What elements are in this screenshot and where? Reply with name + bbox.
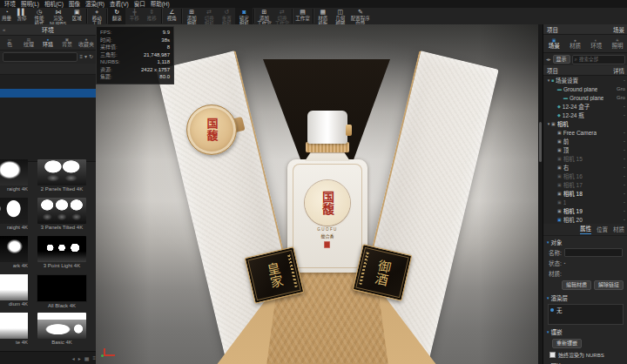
- env-thumbnail[interactable]: [0, 274, 28, 300]
- toolbar-performance-mode[interactable]: ◷性能 模式: [30, 8, 48, 24]
- toolbar-switch-camera[interactable]: ⇄切换 相机: [200, 8, 218, 24]
- scene-search-input[interactable]: ⌕ 搜索全部: [572, 55, 625, 64]
- toolbar-perspective[interactable]: ∠视角: [163, 8, 180, 24]
- menu-item[interactable]: 帮助(H): [148, 0, 172, 8]
- sort-icon[interactable]: ▾: [84, 53, 87, 61]
- props-tab-属性[interactable]: 属性: [580, 224, 591, 234]
- project-tab-环境[interactable]: ◐环境: [586, 35, 607, 52]
- tree-row-detail: -: [624, 173, 625, 179]
- prev-page-icon[interactable]: ◂: [72, 355, 75, 361]
- unlink-material-button[interactable]: 解除链接: [594, 280, 624, 290]
- env-thumbnail[interactable]: [0, 236, 28, 262]
- toolbar-add-camera[interactable]: ⊞添加 相机: [183, 8, 200, 24]
- props-tab-材质[interactable]: 材质: [613, 225, 624, 234]
- toolbar-material-template[interactable]: ▦材质 模板: [314, 8, 332, 24]
- tree-row[interactable]: ▣相机 19-: [543, 206, 627, 215]
- project-tab-场景[interactable]: ▣场景: [543, 35, 564, 52]
- viewport-scrollbar-thumb[interactable]: [539, 122, 542, 162]
- tree-row[interactable]: ◆12-24 瓶-: [543, 111, 627, 119]
- library-tab-色[interactable]: ▭色: [0, 36, 19, 50]
- tree-row[interactable]: ▾■场景设置-: [543, 76, 627, 84]
- round-edges-header[interactable]: ▾ 圆边: [543, 360, 627, 364]
- refresh-icon[interactable]: ↻: [89, 53, 93, 61]
- project-tab-材质[interactable]: ●材质: [564, 35, 585, 52]
- scene-filter-row: ◂▸ 显示 ⌕ 搜索全部: [543, 53, 627, 65]
- tree-row[interactable]: ▣1-: [543, 198, 627, 206]
- object-section-header[interactable]: ▾ 对象: [543, 236, 627, 247]
- next-page-icon[interactable]: ▸: [78, 355, 81, 361]
- tree-row[interactable]: ▬Ground planeGro: [543, 84, 627, 93]
- edit-material-button[interactable]: 编辑材质: [562, 280, 591, 290]
- tree-row[interactable]: ▣顶-: [543, 145, 627, 154]
- tree-row-detail: -: [624, 182, 625, 187]
- toolbar-lock-camera[interactable]: ◙锁定 相机: [235, 8, 253, 24]
- props-tab-位置[interactable]: 位置: [597, 225, 608, 234]
- tessellation-header[interactable]: ▾ 镶嵌: [543, 326, 627, 337]
- tree-row[interactable]: ▾▣相机: [543, 119, 627, 128]
- env-thumbnail[interactable]: [37, 274, 87, 302]
- tree-row[interactable]: ▣相机 18-: [543, 189, 627, 198]
- realtime-viewport[interactable]: 国馥 国馥 GUOFU 馥合香 皇家 御酒 FPS:9.9时间:38s采样值:8…: [96, 24, 542, 364]
- collapse-panel-icon[interactable]: «: [3, 27, 5, 32]
- toolbar-render-nurbs[interactable]: ⋈渲染 NURBS: [48, 8, 68, 24]
- toolbar-region[interactable]: ▣区域: [68, 8, 85, 24]
- toolbar-move-tool[interactable]: ⌖移动 工具: [88, 8, 105, 24]
- tree-row[interactable]: ▣Free Camera-: [543, 128, 627, 137]
- toolbar-geometry-view[interactable]: ◫几何 视图: [332, 8, 349, 24]
- env-thumbnail[interactable]: [37, 159, 86, 185]
- render-as-nurbs-checkbox[interactable]: [549, 352, 556, 358]
- menu-item[interactable]: 窗口: [131, 0, 148, 8]
- env-thumbnail[interactable]: [0, 159, 28, 185]
- library-search-input[interactable]: [3, 52, 78, 62]
- library-selected-folder[interactable]: [0, 89, 96, 98]
- env-thumbnail[interactable]: [37, 198, 86, 224]
- tree-row[interactable]: ▣前-: [543, 137, 627, 145]
- env-thumbnail[interactable]: [37, 236, 86, 262]
- tree-row[interactable]: ▣相机 17-: [543, 180, 627, 189]
- tree-row[interactable]: ▣相机 20-: [543, 215, 627, 224]
- render-layer-item-none[interactable]: 无: [550, 306, 621, 314]
- tree-row[interactable]: ▬Ground planeGro: [543, 93, 627, 102]
- stat-row: NURBS:1,118: [100, 58, 170, 66]
- toolbar-reset-camera[interactable]: ↺重置 相机: [218, 8, 235, 24]
- tree-row[interactable]: ◆12-24 盒子-: [543, 102, 627, 111]
- toolbar-usage[interactable]: ◔用量: [0, 8, 13, 24]
- stat-label: 焦距:: [100, 73, 112, 81]
- grid-view-icon[interactable]: ▦: [84, 355, 90, 361]
- project-tabs: ▣场景●材质◐环境☀照明: [543, 35, 627, 53]
- retessellate-button[interactable]: 重新镶嵌: [552, 339, 582, 348]
- library-tab-环境[interactable]: ●环境: [38, 36, 57, 50]
- env-thumbnail[interactable]: [37, 313, 86, 339]
- toolbar-pan[interactable]: ╋平移: [125, 8, 143, 24]
- menu-item[interactable]: 查看(V): [107, 0, 131, 8]
- menu-item[interactable]: 渲染(R): [83, 0, 107, 8]
- toolbar-tumble[interactable]: ↻翻滚: [108, 8, 125, 24]
- toolbar-pause[interactable]: ▌▌暂停: [13, 8, 30, 24]
- menu-item[interactable]: 环境: [2, 0, 18, 8]
- tree-row-label: 12-24 盒子: [563, 102, 590, 111]
- show-button[interactable]: 显示: [553, 55, 570, 64]
- toolbar-studio[interactable]: ▤工作室: [293, 8, 312, 24]
- tree-row[interactable]: ▣相机 15-: [543, 154, 627, 163]
- project-tab-照明[interactable]: ☀照明: [607, 35, 627, 52]
- node-icon: ■: [551, 78, 554, 83]
- filter-icon[interactable]: ≡: [79, 53, 83, 61]
- toolbar-dolly[interactable]: ⇕推移: [143, 8, 160, 24]
- toolbar-configurator-wizard[interactable]: ✎配置程序 向导: [349, 8, 372, 24]
- tree-row[interactable]: ▣相机 16-: [543, 172, 627, 180]
- library-tab-收藏夹[interactable]: ★收藏夹: [77, 36, 96, 50]
- library-tab-纹理[interactable]: ▤纹理: [19, 36, 38, 50]
- toolbar-add-studio[interactable]: ⊞添加 工作室: [255, 8, 273, 24]
- project-tab-label: 照明: [611, 43, 623, 50]
- name-input[interactable]: [564, 248, 623, 257]
- toolbar-switch-studio[interactable]: ⇄切换 工作室: [273, 8, 292, 24]
- forward-icon[interactable]: ▸: [549, 57, 551, 62]
- menu-item[interactable]: 照明(L): [18, 0, 42, 8]
- env-thumbnail[interactable]: [0, 198, 28, 224]
- env-thumbnail[interactable]: [0, 313, 28, 339]
- render-layers-header[interactable]: ▾ 渲染层: [543, 292, 627, 303]
- library-tab-背景[interactable]: ▣背景: [57, 36, 77, 50]
- menu-item[interactable]: 图像: [66, 0, 83, 8]
- menu-item[interactable]: 相机(C): [42, 0, 66, 8]
- tree-row[interactable]: ▣右-: [543, 163, 627, 172]
